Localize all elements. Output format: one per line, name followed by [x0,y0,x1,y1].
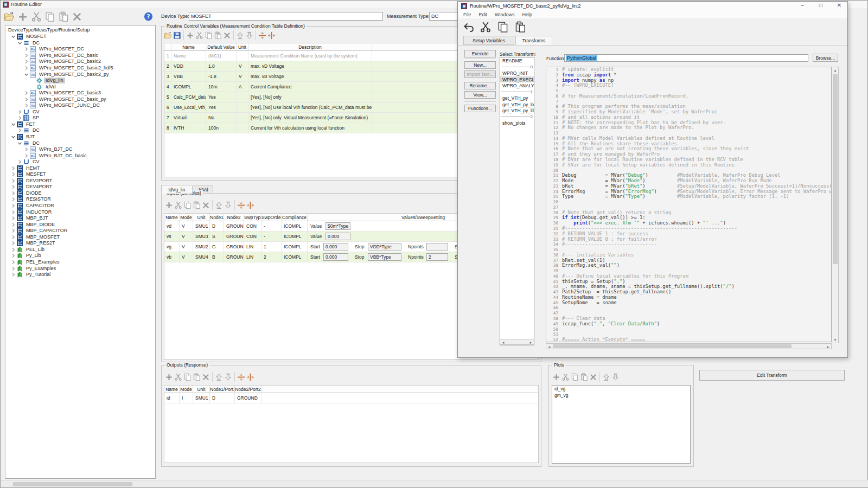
cell-value[interactable]: 1.8 [206,61,237,71]
cell-unit[interactable]: SMU1 [193,393,210,403]
transform-item-show_plots[interactable]: show_plots [500,120,534,126]
delete-icon[interactable] [223,31,231,40]
cell-num[interactable]: 2 [164,61,171,71]
copy-icon[interactable] [183,201,192,209]
new-button[interactable]: New... [464,61,496,69]
help-icon[interactable]: ? [143,11,153,21]
cell-swptype[interactable]: CON [244,232,261,241]
table-row[interactable]: idISMU1DGROUND [164,393,538,403]
cell-compliance[interactable]: ICOMPL [282,252,308,262]
chevron-right-icon[interactable] [23,47,29,52]
cell-num[interactable]: 3 [164,72,171,81]
view-button[interactable]: View... [464,91,496,99]
chevron-right-icon[interactable] [23,66,29,71]
cell-unit[interactable] [237,92,248,102]
cell-node2[interactable]: GROUND [235,393,261,403]
plus-icon[interactable] [186,31,194,40]
chevron-right-icon[interactable] [10,234,16,240]
functions-button[interactable]: Functions... [464,105,496,112]
cell-swporder[interactable]: - [261,221,282,231]
cell-unit[interactable]: SMU1 [193,221,210,231]
chevron-right-icon[interactable] [23,147,29,152]
scroll-left-arrow[interactable]: ◄ [500,339,506,345]
chevron-right-icon[interactable] [10,172,16,177]
split-col-icon[interactable] [267,31,276,40]
chevron-right-icon[interactable] [10,178,16,183]
cell-node2[interactable]: GROUND [224,242,244,252]
copy-icon[interactable] [205,31,213,40]
chevron-right-icon[interactable] [16,115,23,121]
tree-item-wpro_mosfet_dc_basic3[interactable]: RtxWPro_MOSFET_DC_basic3 [5,90,155,97]
cell-name[interactable]: Virtual [171,113,206,123]
chevron-right-icon[interactable] [10,241,16,246]
chevron-down-icon[interactable] [16,140,23,146]
paste-icon[interactable] [580,373,588,381]
cell-unit[interactable]: V [237,72,248,81]
cell-compliance[interactable]: ICOMPL [282,242,308,252]
tree-item-fet[interactable]: FET [5,121,155,128]
cell-num[interactable]: 5 [164,92,171,102]
cell-name[interactable]: VBB [171,72,206,81]
chevron-right-icon[interactable] [10,266,16,271]
cell-name[interactable]: vs [164,232,180,241]
tree-item-mesfet[interactable]: MESFET [5,171,155,178]
transform-item-wpro_init[interactable]: WPRO_INIT [500,70,534,76]
cell-name[interactable]: vb [164,252,180,262]
move-down-icon[interactable] [224,373,232,381]
plot-item-gm_vg[interactable]: gm_vg [552,392,690,399]
minimize-button[interactable]: – [799,2,806,8]
code-vertical-scrollbar[interactable]: ▲ ▼ [832,67,839,343]
chevron-right-icon[interactable] [10,247,16,252]
cut-icon[interactable] [195,31,203,40]
chevron-down-icon[interactable] [23,72,29,77]
copy-icon[interactable] [44,11,55,22]
tree-item-py_examples[interactable]: Py_Examples [5,265,155,272]
move-up-icon[interactable] [215,373,223,381]
tree-item-capacitor[interactable]: CAPACITOR [5,203,155,209]
chevron-right-icon[interactable] [10,228,16,234]
split-col-icon[interactable] [246,201,254,209]
cell-value[interactable]: Yes [206,92,237,102]
menu-edit[interactable]: Edit [479,12,488,17]
sweep-value-input[interactable]: 50m*Type [326,222,350,230]
split-row-icon[interactable] [258,31,266,40]
plus-icon[interactable] [17,11,28,22]
sweep-start-input[interactable]: 0.000 [323,253,348,261]
cell-name[interactable]: vd [164,221,180,231]
cell-desc[interactable]: Measurement Condition Name (used by the … [248,51,372,61]
undo-icon[interactable] [462,21,474,33]
menu-windows[interactable]: Windows [495,12,515,17]
cell-num[interactable]: 8 [164,123,171,133]
code-horizontal-scrollbar[interactable]: ◄ ► [546,343,832,349]
tree-item-py_tutorial[interactable]: Py_Tutorial [5,272,155,278]
cell-desc[interactable]: [Yes], [No] Use local Vth function (Calc… [248,102,372,112]
cell-name[interactable]: VDD [171,61,206,71]
cell-unit[interactable]: SMU4 [193,252,210,262]
tree-item-dev2port[interactable]: DEV2PORT [5,178,155,184]
cell-swporder[interactable]: - [261,232,282,241]
tree-item-wpro_mosfet_dc_basic2[interactable]: RtxWPro_MOSFET_DC_basic2 [5,59,155,65]
tree-item-mbp_res2t[interactable]: MBP_RES2T [5,240,155,247]
cell-name[interactable]: Name [171,51,206,61]
cell-value[interactable]: (MC1) [206,51,237,61]
sweep-start-input[interactable]: 0.000 [323,243,348,251]
transform-item-wpro_execute[interactable]: WPRO_EXECUTE [500,76,534,83]
cell-value[interactable]: 100n [206,123,237,133]
cell-node1[interactable]: B [210,252,224,262]
copy-icon[interactable] [183,373,192,381]
cell-name[interactable]: IVTH [171,123,206,133]
scroll-left-arrow[interactable]: ◄ [546,344,552,350]
chevron-right-icon[interactable] [10,184,16,190]
scroll-right-arrow[interactable]: ► [528,339,534,345]
chevron-right-icon[interactable] [23,103,29,108]
cell-value[interactable]: Yes [206,102,237,112]
paste-icon[interactable] [514,21,526,33]
cell-node2[interactable]: GROUND [224,232,244,241]
sweep-npoints-input[interactable] [426,243,448,251]
cell-swptype[interactable]: CON [244,221,261,231]
save-icon[interactable] [173,31,181,40]
cell-desc[interactable]: max. vB Voltage [248,72,372,81]
sweep-stop-input[interactable]: VBB*Type [368,253,401,261]
rename-button[interactable]: Rename... [464,82,496,89]
tree-item-wpro_mosfet_dc_basic2_py[interactable]: RtxWPro_MOSFET_DC_basic2_py [5,71,155,78]
